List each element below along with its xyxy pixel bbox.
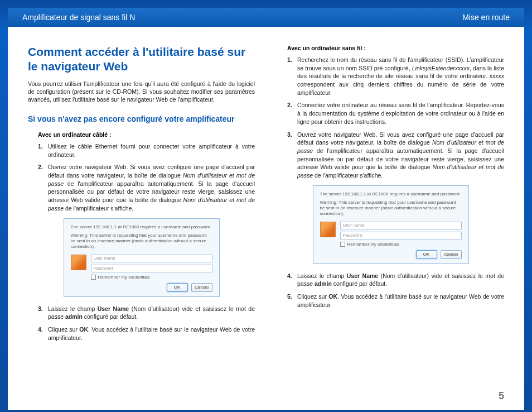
section-heading: Si vous n'avez pas encore configuré votr… — [28, 114, 255, 123]
wireless-step-5: Cliquez sur OK. Vous accédez à l'utilita… — [287, 293, 504, 309]
ok-button[interactable]: OK — [167, 283, 188, 292]
left-column: Comment accéder à l'utilitaire basé sur … — [28, 45, 255, 346]
dialog-fields: User name Password Remember my credentia… — [91, 255, 212, 280]
wired-step-3: Laissez le champ User Name (Nom d'utilis… — [38, 305, 255, 321]
wireless-step-3: Ouvrez votre navigateur Web. Si vous ave… — [287, 131, 504, 180]
wireless-step-2: Connectez votre ordinateur au réseau san… — [287, 101, 504, 126]
wired-step-2: Ouvrez votre navigateur Web. Si vous ave… — [38, 163, 255, 212]
remember-label: Remember my credentials — [98, 275, 150, 280]
dialog-server-text: The server 192.168.1.1 at RE1000 require… — [71, 224, 212, 229]
wired-step-4: Cliquez sur OK. Vous accédez à l'utilita… — [38, 325, 255, 342]
page-title: Comment accéder à l'utilitaire basé sur … — [28, 45, 255, 74]
ok-button[interactable]: OK — [416, 250, 437, 259]
remember-label: Remember my credentials — [347, 242, 399, 247]
wireless-steps-cont: Laissez le champ User Name (Nom d'utilis… — [287, 272, 504, 309]
auth-dialog: The server 192.168.1.1 at RE1000 require… — [64, 218, 220, 297]
password-field[interactable]: Password — [91, 265, 212, 272]
dialog-credentials: User name Password Remember my credentia… — [320, 222, 462, 247]
dialog-fields: User name Password Remember my credentia… — [340, 222, 462, 247]
user-avatar-icon — [320, 222, 336, 237]
intro-paragraph: Vous pourrez utiliser l'amplificateur un… — [28, 80, 255, 104]
dialog-buttons: OK Cancel — [320, 250, 462, 259]
wired-steps-cont: Laissez le champ User Name (Nom d'utilis… — [38, 305, 255, 342]
right-column: Avec un ordinateur sans fil : Recherchez… — [277, 45, 504, 346]
dialog-credentials: User name Password Remember my credentia… — [71, 255, 212, 280]
wired-steps: Utilisez le câble Ethernet fourni pour c… — [38, 142, 255, 213]
checkbox-icon — [340, 242, 345, 247]
cancel-button[interactable]: Cancel — [191, 283, 212, 292]
wireless-heading: Avec un ordinateur sans fil : — [287, 45, 504, 51]
dialog-server-text: The server 192.168.1.1 at RE1000 require… — [320, 191, 462, 197]
wireless-steps: Recherchez le nom du réseau sans fil de … — [287, 56, 504, 180]
wireless-step-1: Recherchez le nom du réseau sans fil de … — [287, 56, 504, 97]
wireless-step-4: Laissez le champ User Name (Nom d'utilis… — [287, 272, 504, 288]
wired-step-1: Utilisez le câble Ethernet fourni pour c… — [38, 142, 255, 159]
header-right: Mise en route — [462, 13, 510, 22]
page: Amplificateur de signal sans fil N Mise … — [8, 8, 524, 410]
username-field[interactable]: User name — [91, 255, 212, 262]
dialog-warning-text: Warning: This server is requesting that … — [320, 200, 462, 217]
content-columns: Comment accéder à l'utilitaire basé sur … — [8, 27, 524, 346]
dialog-warning-text: Warning: This server is requesting that … — [71, 233, 212, 250]
password-field[interactable]: Password — [340, 232, 462, 239]
wired-heading: Avec un ordinateur câblé : — [38, 131, 255, 138]
remember-checkbox[interactable]: Remember my credentials — [340, 242, 462, 247]
header-left: Amplificateur de signal sans fil N — [22, 13, 135, 22]
auth-dialog: The server 192.168.1.1 at RE1000 require… — [313, 185, 469, 264]
dialog-buttons: OK Cancel — [71, 283, 212, 292]
header-bar: Amplificateur de signal sans fil N Mise … — [8, 8, 524, 27]
username-field[interactable]: User name — [340, 222, 462, 229]
remember-checkbox[interactable]: Remember my credentials — [91, 275, 212, 280]
cancel-button[interactable]: Cancel — [441, 250, 462, 259]
checkbox-icon — [91, 275, 96, 280]
user-avatar-icon — [71, 255, 86, 270]
page-number: 5 — [499, 390, 504, 402]
